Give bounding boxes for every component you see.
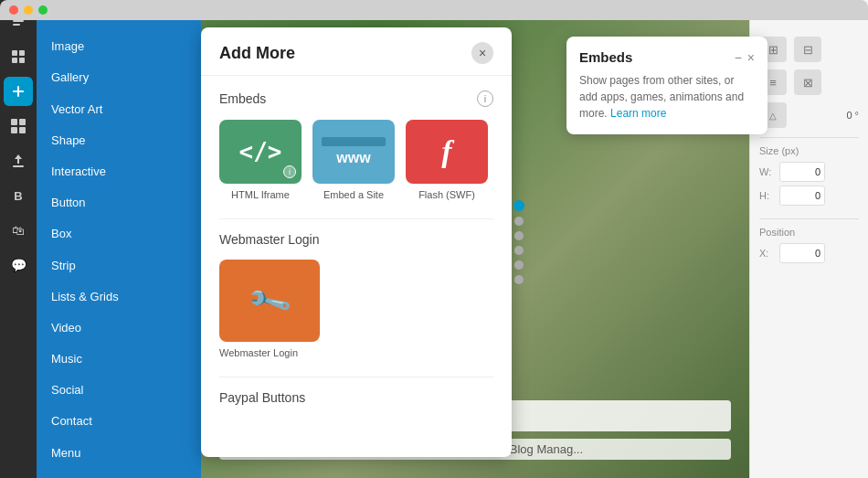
add-more-panel: Add More × Embeds i </> i HTML Iframe ww… bbox=[201, 27, 512, 457]
add-plus-icon[interactable] bbox=[4, 77, 33, 106]
svg-rect-10 bbox=[19, 119, 26, 125]
sidebar-item-gallery[interactable]: Gallery bbox=[37, 62, 201, 93]
popup-close-button[interactable]: × bbox=[747, 50, 755, 65]
add-icon[interactable] bbox=[4, 42, 33, 71]
svg-rect-9 bbox=[11, 119, 17, 125]
width-row: W: bbox=[759, 162, 859, 182]
sidebar-item-shape[interactable]: Shape bbox=[37, 125, 201, 156]
webmaster-login-label: Webmaster Login bbox=[219, 347, 298, 358]
scroll-dot-4 bbox=[514, 246, 524, 255]
html-iframe-label: HTML Iframe bbox=[231, 189, 290, 200]
sidebar-item-interactive[interactable]: Interactive bbox=[37, 156, 201, 187]
sidebar-item-strip[interactable]: Strip bbox=[37, 250, 201, 281]
scroll-dot-1 bbox=[513, 200, 524, 211]
apps-icon[interactable] bbox=[4, 112, 33, 141]
svg-rect-5 bbox=[12, 58, 17, 63]
scroll-dot-2 bbox=[514, 217, 524, 226]
webmaster-section-title: Webmaster Login bbox=[219, 232, 319, 247]
flash-swf-item[interactable]: f Flash (SWF) bbox=[406, 120, 488, 200]
embed-site-label: Embed a Site bbox=[323, 189, 384, 200]
sidebar-item-contact[interactable]: Contact bbox=[37, 406, 201, 437]
width-input[interactable] bbox=[779, 162, 825, 182]
sidebar-item-image[interactable]: Image bbox=[37, 31, 201, 62]
embeds-grid: </> i HTML Iframe www Embed a Site f Fla… bbox=[219, 120, 493, 200]
sidebar-item-button[interactable]: Button bbox=[37, 187, 201, 218]
svg-rect-11 bbox=[11, 127, 17, 133]
sidebar-item-lightbox[interactable]: Lightbox bbox=[37, 469, 201, 478]
size-section: Size (px) W: H: bbox=[759, 137, 859, 209]
popup-minimize-button[interactable]: − bbox=[735, 50, 742, 65]
scroll-dot-6 bbox=[514, 275, 524, 284]
embeds-info-icon[interactable]: i bbox=[477, 90, 493, 107]
sidebar-item-lists-grids[interactable]: Lists & Grids bbox=[37, 281, 201, 313]
sidebar-item-menu[interactable]: Menu bbox=[37, 438, 201, 469]
svg-rect-12 bbox=[19, 127, 26, 133]
svg-rect-13 bbox=[13, 165, 24, 167]
paypal-section-title: Paypal Buttons bbox=[219, 390, 305, 405]
webmaster-login-item[interactable]: 🔧 Webmaster Login bbox=[219, 260, 493, 358]
svg-rect-6 bbox=[19, 58, 25, 63]
panel-content: Embeds i </> i HTML Iframe www Embed a S… bbox=[201, 76, 512, 457]
html-iframe-info-dot: i bbox=[283, 165, 296, 178]
html-iframe-icon: </> i bbox=[219, 120, 302, 184]
popup-title: Embeds bbox=[579, 49, 632, 65]
right-panel-angle-row: △ 0 ° bbox=[759, 102, 859, 128]
width-label: W: bbox=[759, 166, 776, 177]
right-panel-icons-row-2: ≡ ⊠ bbox=[759, 69, 859, 95]
embed-site-icon: www bbox=[312, 120, 395, 184]
angle-value: 0 ° bbox=[846, 110, 859, 121]
right-panel-icon-4[interactable]: ⊠ bbox=[794, 69, 821, 95]
embed-site-item[interactable]: www Embed a Site bbox=[312, 120, 395, 200]
popup-body: Show pages from other sites, or add apps… bbox=[579, 72, 755, 122]
svg-rect-3 bbox=[12, 50, 17, 56]
scroll-dot-3 bbox=[514, 231, 524, 240]
right-panel-icons-row-1: ⊞ ⊟ bbox=[759, 37, 859, 62]
svg-rect-2 bbox=[13, 24, 20, 26]
position-section: Position X: bbox=[759, 218, 859, 267]
height-input[interactable] bbox=[779, 186, 825, 206]
sidebar-item-social[interactable]: Social bbox=[37, 375, 201, 406]
chat-icon[interactable]: 💬 bbox=[4, 250, 33, 280]
store-icon[interactable]: 🛍 bbox=[4, 216, 33, 245]
webmaster-login-section: Webmaster Login 🔧 Webmaster Login bbox=[219, 232, 493, 358]
close-dot[interactable] bbox=[9, 5, 18, 15]
panel-close-button[interactable]: × bbox=[471, 42, 493, 64]
divider-2 bbox=[219, 377, 493, 377]
position-section-title: Position bbox=[759, 227, 859, 238]
popup-learn-more-link[interactable]: Learn more bbox=[610, 107, 666, 120]
embeds-section-title: Embeds bbox=[219, 91, 266, 106]
sidebar: Text Image Gallery Vector Art Shape Inte… bbox=[37, 0, 201, 478]
maximize-dot[interactable] bbox=[38, 5, 48, 15]
right-panel-icon-2[interactable]: ⊟ bbox=[794, 37, 821, 62]
flash-swf-label: Flash (SWF) bbox=[418, 189, 475, 200]
upload-icon[interactable] bbox=[4, 146, 33, 175]
paypal-buttons-section: Paypal Buttons bbox=[219, 390, 493, 405]
webmaster-login-icon: 🔧 bbox=[219, 260, 320, 342]
sidebar-item-box[interactable]: Box bbox=[37, 218, 201, 250]
x-label: X: bbox=[759, 248, 776, 259]
paypal-section-header: Paypal Buttons bbox=[219, 390, 493, 405]
height-label: H: bbox=[759, 190, 776, 201]
popup-header: Embeds − × bbox=[579, 49, 755, 65]
divider-1 bbox=[219, 218, 493, 219]
blog-icon[interactable]: B bbox=[4, 181, 33, 210]
html-iframe-item[interactable]: </> i HTML Iframe bbox=[219, 120, 302, 200]
sidebar-item-music[interactable]: Music bbox=[37, 344, 201, 375]
sidebar-item-video[interactable]: Video bbox=[37, 313, 201, 344]
scroll-dot-5 bbox=[514, 260, 524, 270]
height-row: H: bbox=[759, 186, 859, 206]
x-input[interactable] bbox=[779, 243, 825, 263]
sidebar-item-vector-art[interactable]: Vector Art bbox=[37, 94, 201, 125]
right-panel-top-icons: ⊞ ⊟ ≡ ⊠ △ 0 ° bbox=[759, 37, 859, 128]
size-section-title: Size (px) bbox=[759, 145, 859, 156]
x-row: X: bbox=[759, 243, 859, 263]
webmaster-section-header: Webmaster Login bbox=[219, 232, 493, 247]
minimize-dot[interactable] bbox=[24, 5, 33, 15]
wrench-icon: 🔧 bbox=[245, 277, 294, 325]
left-toolbar: B 🛍 💬 bbox=[0, 0, 37, 478]
panel-title: Add More bbox=[219, 44, 295, 63]
svg-rect-8 bbox=[13, 90, 24, 92]
window-chrome bbox=[0, 0, 868, 20]
info-popup: Embeds − × Show pages from other sites, … bbox=[566, 37, 767, 134]
embeds-section-header: Embeds i bbox=[219, 90, 493, 107]
